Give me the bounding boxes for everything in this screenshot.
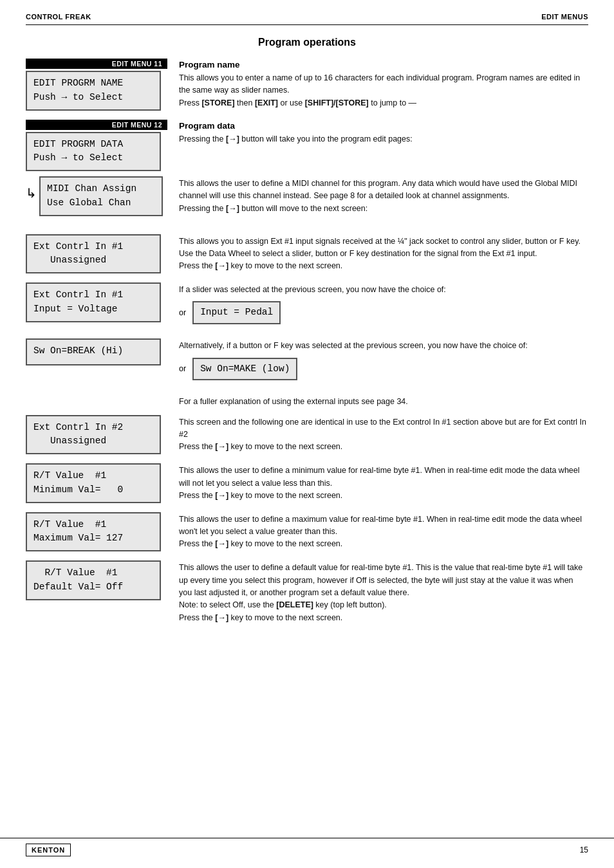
desc-rt1-def: This allows the user to define a default… [167, 560, 588, 624]
lcd-col-ext1b: Ext Contrl In #1 Input = Voltage [26, 282, 167, 322]
desc-edit12-2: This allows the user to define a MIDI ch… [167, 176, 588, 215]
lcd-col-edit11: EDIT MENU 11 EDIT PROGRM NAME Push → to … [26, 59, 167, 111]
desc-text-fuller: For a fuller explanation of using the ex… [179, 396, 588, 408]
header: CONTROL FREAK EDIT MENUS [26, 13, 588, 25]
section-rt1-min: R/T Value #1 Minimum Val= 0 This allows … [26, 463, 588, 503]
lcd-ext2: Ext Contrl In #2 Unassigned [26, 415, 161, 455]
edit-menu-11-label: EDIT MENU 11 [26, 59, 167, 69]
lcd-ext1: Ext Contrl In #1 Unassigned [26, 234, 161, 274]
desc-text-ext1b: If a slider was selected at the previous… [179, 284, 588, 296]
desc-rt1-max: This allows the user to define a maximum… [167, 512, 588, 551]
desc-text-edit12-2: This allows the user to define a MIDI ch… [179, 178, 588, 215]
desc-text-ext1: This allows you to assign Ext #1 input s… [179, 235, 588, 273]
edit-menu-12-label: EDIT MENU 12 [26, 120, 167, 130]
section-edit12: EDIT MENU 12 EDIT PROGRM DATA Push → to … [26, 120, 588, 225]
lcd-edit12-2: MIDI Chan Assign Use Global Chan [39, 176, 163, 216]
desc-text-rt1-def: This allows the user to define a default… [179, 562, 588, 624]
desc-text-sw: Alternatively, if a button or F key was … [179, 340, 588, 352]
section-fuller: For a fuller explanation of using the ex… [26, 394, 588, 408]
lcd-col-edit12-1: EDIT MENU 12 EDIT PROGRM DATA Push → to … [26, 120, 167, 172]
desc-ext2: This screen and the following one are id… [167, 415, 588, 454]
section-ext1: Ext Contrl In #1 Unassigned This allows … [26, 234, 588, 274]
section-ext2: Ext Contrl In #2 Unassigned This screen … [26, 415, 588, 455]
footer-page: 15 [580, 845, 588, 854]
lcd-rt1-min: R/T Value #1 Minimum Val= 0 [26, 463, 161, 503]
desc-fuller: For a fuller explanation of using the ex… [167, 394, 588, 408]
page: CONTROL FREAK EDIT MENUS Program operati… [0, 0, 614, 868]
content: EDIT MENU 11 EDIT PROGRM NAME Push → to … [26, 59, 588, 633]
or-text-2: or [179, 364, 186, 373]
desc-ext1b: If a slider was selected at the previous… [167, 282, 588, 329]
header-left: CONTROL FREAK [26, 13, 91, 21]
arrow-left-icon: ↳ [26, 185, 37, 201]
page-title: Program operations [26, 37, 588, 48]
or-text-1: or [179, 308, 186, 317]
desc-text-edit11: This allows you to enter a name of up to… [179, 72, 588, 109]
lcd-sw-break: Sw On=BREAK (Hi) [26, 338, 161, 365]
lcd-input-pedal: Input = Pedal [192, 301, 281, 324]
desc-text-rt1-min: This allows the user to define a minimum… [179, 465, 588, 502]
lcd-edit12-1: EDIT PROGRM DATA Push → to Select [26, 132, 161, 172]
desc-sw: Alternatively, if a button or F key was … [167, 338, 588, 385]
desc-text-ext2: This screen and the following one are id… [179, 416, 588, 454]
lcd-col-rt1-min: R/T Value #1 Minimum Val= 0 [26, 463, 167, 503]
lcd-col-rt1-max: R/T Value #1 Maximum Val= 127 [26, 512, 167, 552]
desc-ext1: This allows you to assign Ext #1 input s… [167, 234, 588, 273]
section-rt1-def: R/T Value #1 Default Val= Off This allow… [26, 560, 588, 624]
header-right: EDIT MENUS [541, 13, 588, 21]
or-row-voltage: or Input = Pedal [179, 301, 588, 324]
or-row-sw: or Sw On=MAKE (low) [179, 358, 588, 381]
edit12-row2: ↳ MIDI Chan Assign Use Global Chan This … [26, 176, 588, 216]
lcd-edit11: EDIT PROGRM NAME Push → to Select [26, 71, 161, 111]
desc-rt1-min: This allows the user to define a minimum… [167, 463, 588, 502]
lcd-rt1-max: R/T Value #1 Maximum Val= 127 [26, 512, 161, 552]
desc-title-edit11: Program name [179, 60, 588, 69]
lcd-rt1-def: R/T Value #1 Default Val= Off [26, 560, 161, 600]
desc-edit11: Program name This allows you to enter a … [167, 59, 588, 109]
lcd-col-rt1-def: R/T Value #1 Default Val= Off [26, 560, 167, 600]
footer-logo: KENTON [26, 844, 71, 856]
footer: KENTON 15 [0, 838, 614, 856]
lcd-ext1b: Ext Contrl In #1 Input = Voltage [26, 282, 161, 322]
desc-title-edit12: Program data [179, 121, 588, 131]
lcd-sw-make: Sw On=MAKE (low) [192, 358, 297, 381]
desc-text-rt1-max: This allows the user to define a maximum… [179, 513, 588, 551]
lcd-col-ext2: Ext Contrl In #2 Unassigned [26, 415, 167, 455]
lcd-col-ext1: Ext Contrl In #1 Unassigned [26, 234, 167, 274]
section-sw: Sw On=BREAK (Hi) Alternatively, if a but… [26, 338, 588, 385]
desc-edit12-1: Program data Pressing the [→] button wil… [167, 120, 588, 145]
section-ext1b: Ext Contrl In #1 Input = Voltage If a sl… [26, 282, 588, 329]
lcd-col-sw: Sw On=BREAK (Hi) [26, 338, 167, 365]
section-rt1-max: R/T Value #1 Maximum Val= 127 This allow… [26, 512, 588, 552]
section-edit11: EDIT MENU 11 EDIT PROGRM NAME Push → to … [26, 59, 588, 111]
lcd-col-edit12-2: ↳ MIDI Chan Assign Use Global Chan [26, 176, 167, 216]
edit12-row1: EDIT MENU 12 EDIT PROGRM DATA Push → to … [26, 120, 588, 172]
desc-text-edit12-1: Pressing the [→] button will take you in… [179, 133, 588, 145]
